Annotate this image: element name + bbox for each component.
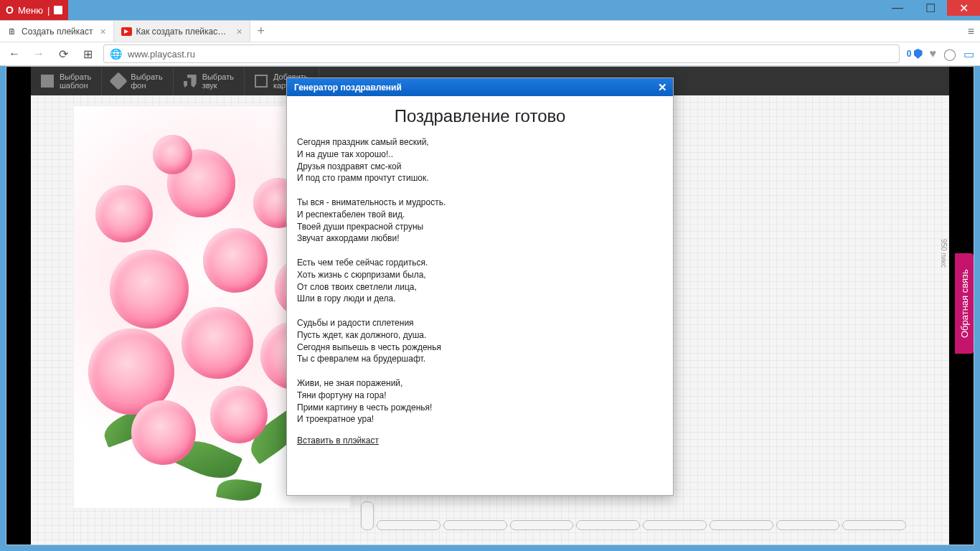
slider-segment[interactable] [710, 520, 773, 530]
rose-shape [95, 185, 153, 242]
slider-segment[interactable] [842, 520, 906, 530]
address-bar: ← → ⟳ ⊞ 🌐 www.playcast.ru 0 ♥ ◯ ▭ [0, 42, 980, 66]
blocker-badge[interactable]: 0 [907, 49, 923, 59]
image-icon [255, 75, 268, 88]
rose-shape [182, 307, 253, 379]
rose-shape [131, 400, 196, 465]
shield-icon [914, 49, 923, 59]
dialog-titlebar[interactable]: Генератор поздравлений ✕ [287, 78, 673, 96]
slider-segment[interactable] [776, 520, 840, 530]
slider-segment[interactable] [443, 520, 507, 530]
bookmark-heart-icon[interactable]: ♥ [930, 47, 937, 60]
tab-close-icon[interactable]: × [100, 26, 106, 37]
tool-select-sound[interactable]: Выбрать звук [174, 67, 245, 95]
dialog-body: Поздравление готово Сегодня праздник сам… [287, 96, 673, 456]
pipe-icon: | [47, 5, 50, 16]
tool-select-template[interactable]: Выбрать шаблон [31, 67, 102, 95]
slider-segment[interactable] [576, 520, 640, 530]
tab-youtube-howto[interactable]: ▶ Как создать плейкаст - Yo × [114, 21, 250, 42]
forward-button[interactable]: → [30, 45, 47, 62]
rose-shape [110, 250, 189, 329]
speed-dial-button[interactable]: ⊞ [79, 45, 96, 62]
sync-icon[interactable]: ◯ [943, 47, 956, 61]
downloads-icon[interactable]: ▭ [963, 47, 974, 61]
tab-create-playcast[interactable]: 🗎 Создать плейкаст × [0, 21, 114, 42]
brush-icon [110, 72, 128, 90]
badge-count: 0 [907, 49, 912, 59]
slider-segment[interactable] [510, 520, 574, 530]
rose-shape [153, 135, 192, 174]
tab-label: Создать плейкаст [22, 27, 93, 37]
template-icon [41, 75, 54, 88]
panel-toggle-icon[interactable]: ≡ [968, 25, 974, 38]
new-tab-button[interactable]: + [250, 21, 272, 42]
tool-select-background[interactable]: Выбрать фон [102, 67, 173, 95]
slider-handle[interactable] [361, 501, 374, 530]
globe-icon: 🌐 [110, 48, 122, 60]
feedback-label: Обратная связь [959, 269, 970, 338]
dialog-title-text: Генератор поздравлений [294, 83, 402, 93]
youtube-icon: ▶ [121, 27, 132, 36]
menu-label: Меню [18, 5, 43, 16]
tab-label: Как создать плейкаст - Yo [136, 27, 230, 37]
dialog-heading: Поздравление готово [297, 106, 663, 126]
back-button[interactable]: ← [6, 45, 23, 62]
window-titlebar: O Меню | — ☐ ✕ [0, 0, 980, 20]
insert-into-playcast-link[interactable]: Вставить в плэйкаст [297, 435, 379, 446]
page-margin-left [6, 67, 31, 545]
file-icon: 🗎 [7, 27, 17, 37]
browser-viewport: Выбрать шаблон Выбрать фон Выбрать звук … [6, 66, 974, 545]
feedback-tab[interactable]: Обратная связь [955, 253, 974, 354]
leaf-shape [216, 476, 262, 504]
tool-label: Выбрать фон [131, 72, 162, 90]
poem-text: Сегодня праздник самый веский, И на душе… [297, 136, 663, 425]
rose-shape [210, 386, 268, 443]
addressbar-right: 0 ♥ ◯ ▭ [907, 47, 974, 61]
music-icon [184, 75, 197, 88]
tool-label: Выбрать шаблон [60, 72, 91, 90]
flag-icon [54, 6, 62, 14]
url-input[interactable]: 🌐 www.playcast.ru [103, 44, 900, 63]
tab-close-icon[interactable]: × [237, 26, 242, 37]
slider-segment[interactable] [377, 520, 440, 530]
maximize-button[interactable]: ☐ [914, 0, 947, 16]
bottom-slider-row [361, 500, 906, 530]
tool-label: Выбрать звук [202, 72, 234, 90]
greeting-generator-dialog: Генератор поздравлений ✕ Поздравление го… [286, 77, 674, 496]
window-controls: — ☐ ✕ [881, 0, 980, 16]
window-close-button[interactable]: ✕ [947, 0, 980, 16]
minimize-button[interactable]: — [881, 0, 914, 16]
tabstrip: 🗎 Создать плейкаст × ▶ Как создать плейк… [0, 20, 980, 42]
ruler-label: 950 пикс [940, 239, 948, 268]
slider-segment[interactable] [643, 520, 707, 530]
page-content: Выбрать шаблон Выбрать фон Выбрать звук … [6, 67, 974, 545]
rose-shape [203, 228, 268, 293]
reload-button[interactable]: ⟳ [55, 45, 72, 62]
opera-menu-button[interactable]: O Меню | [0, 0, 68, 20]
dialog-close-icon[interactable]: ✕ [658, 81, 667, 94]
url-text: www.playcast.ru [128, 49, 893, 60]
